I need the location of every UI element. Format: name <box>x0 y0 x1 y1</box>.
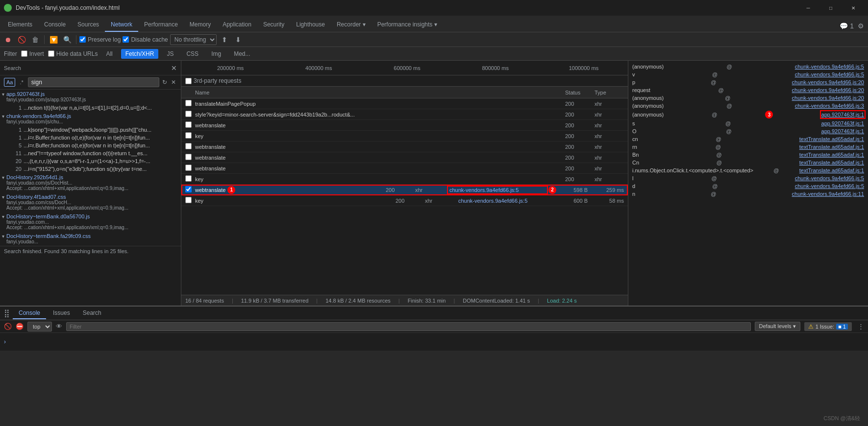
invert-checkbox[interactable]: Invert <box>21 50 44 57</box>
filter-fetch-button[interactable]: Fetch/XHR <box>121 49 159 59</box>
filter-js-button[interactable]: JS <box>162 49 178 59</box>
callstack-link[interactable]: chunk-vendors.9a4efd66.js:20 <box>792 87 864 93</box>
filter-img-button[interactable]: Img <box>207 49 225 59</box>
console-clear-button[interactable]: 🚫 <box>4 323 12 330</box>
tab-elements[interactable]: Elements <box>2 18 38 32</box>
callstack-link[interactable]: textTranslate.ad65adaf.js:1 <box>799 136 864 142</box>
file-group-header-termbank-css[interactable]: ▾ DocHistory~termBank.fa29fc09.css fanyi… <box>0 232 181 246</box>
issue-badge[interactable]: ⚠ 1 Issue: ■ 1 <box>804 322 852 331</box>
callstack-item[interactable]: p @ chunk-vendors.9a4efd66.js:20 <box>628 78 868 86</box>
file-result[interactable]: 1 ...nction t(t){for(var n,a,i=t[0],s=t[… <box>0 104 181 112</box>
callstack-link[interactable]: chunk-vendors.9a4efd66.js:11 <box>792 191 864 197</box>
file-result[interactable]: 5 ...i=r.Buffer;function o(t,e){for(var … <box>0 142 181 149</box>
file-group-header-termbank-js[interactable]: ▾ DocHistory~termBank.d0a56700.js fanyi.… <box>0 212 181 232</box>
row-checkbox[interactable] <box>185 143 195 150</box>
throttle-select[interactable]: No throttling <box>170 34 217 45</box>
callstack-link[interactable]: chunk-vendors.9a4efd66.js:5 <box>795 175 864 181</box>
close-button[interactable]: ✕ <box>843 0 864 16</box>
tab-sources[interactable]: Sources <box>72 18 105 32</box>
hide-data-checkbox[interactable]: Hide data URLs <box>48 50 98 57</box>
callstack-item[interactable]: n @ chunk-vendors.9a4efd66.js:11 <box>628 190 868 198</box>
console-filter-input[interactable] <box>66 322 751 331</box>
callstack-item[interactable]: s @ app.9207463f.js:1 <box>628 119 868 127</box>
row-checkbox[interactable] <box>185 186 195 193</box>
callstack-item[interactable]: Cn @ textTranslate.ad65adaf.js:1 <box>628 159 868 166</box>
row-checkbox[interactable] <box>185 165 195 172</box>
callstack-link[interactable]: chunk-vendors.9a4efd66.js:20 <box>792 95 864 101</box>
console-eye-button[interactable]: 👁 <box>56 323 62 330</box>
search-clear-button[interactable]: ✕ <box>170 78 177 87</box>
record-button[interactable]: ⏺ <box>2 34 14 46</box>
resize-icon[interactable]: ⣿ <box>4 308 10 318</box>
row-checkbox[interactable] <box>185 175 195 183</box>
file-result[interactable]: 1 ...k|sonp"]=window["webpackJsonp"]||[]… <box>0 126 181 134</box>
upload-icon[interactable]: ⬆ <box>219 34 230 46</box>
file-group-header-dochistory-css[interactable]: ▾ DocHistory.4f1aad07.css fanyi.youdao.c… <box>0 192 181 212</box>
row-checkbox[interactable] <box>185 154 195 161</box>
table-row[interactable]: key 200 xhr <box>181 131 628 142</box>
row-checkbox[interactable] <box>185 100 195 107</box>
console-prompt-arrow[interactable]: › <box>4 338 6 345</box>
file-result[interactable]: 11 ...ned"!==typeof window;function o(t)… <box>0 149 181 157</box>
callstack-link[interactable]: textTranslate.ad65adaf.js:1 <box>799 144 864 150</box>
callstack-link[interactable]: chunk-vendors.9a4efd66.js:20 <box>792 79 864 85</box>
selected-table-row[interactable]: webtranslate 1 200 xhr chunk-vendors.9a4… <box>181 185 628 195</box>
tab-security[interactable]: Security <box>257 18 290 32</box>
table-row[interactable]: webtranslate 200 xhr <box>181 120 628 131</box>
file-result[interactable]: 20 ...i=n("9152"),o=n("e3db");function s… <box>0 165 181 173</box>
file-result[interactable]: 1 ...i=r.Buffer;function o(t,e){for(var … <box>0 134 181 142</box>
callstack-link[interactable]: app.9207463f.js:1 <box>821 120 864 126</box>
third-party-checkbox[interactable]: 3rd-party requests <box>185 77 241 84</box>
tab-performance[interactable]: Performance <box>138 18 184 32</box>
table-row[interactable]: style?keyid=minor-search-server&sign=fdd… <box>181 109 628 120</box>
callstack-link[interactable]: chunk-vendors.9a4efd66.js:5 <box>795 183 864 189</box>
filter-icon[interactable]: 🔽 <box>48 34 59 46</box>
regex-button[interactable]: .* <box>17 78 25 87</box>
file-link[interactable]: chunk-vendors.9a4efd66.js:5 <box>448 187 546 193</box>
tab-console[interactable]: Console <box>38 18 72 32</box>
default-levels-button[interactable]: Default levels ▾ <box>755 322 800 331</box>
console-stop-button[interactable]: ⛔ <box>16 323 24 330</box>
callstack-item[interactable]: i.nums.Object.onClick.t.<computed>.t.<co… <box>628 166 868 174</box>
callstack-link-highlighted[interactable]: app.9207463f.js:1 <box>821 112 864 118</box>
callstack-link[interactable]: textTranslate.ad65adaf.js:1 <box>799 160 864 166</box>
callstack-item[interactable]: rn @ textTranslate.ad65adaf.js:1 <box>628 143 868 151</box>
console-context-select[interactable]: top <box>27 322 52 331</box>
search-icon[interactable]: 🔍 <box>61 34 73 46</box>
download-icon[interactable]: ⬇ <box>232 34 244 46</box>
callstack-link[interactable]: textTranslate.ad65adaf.js:1 <box>799 167 864 173</box>
preserve-log-checkbox[interactable]: Preserve log <box>79 36 121 43</box>
tab-recorder[interactable]: Recorder ▾ <box>331 18 372 32</box>
callstack-item[interactable]: cn @ textTranslate.ad65adaf.js:1 <box>628 135 868 143</box>
file-link[interactable]: chunk-vendors.9a4efd66.js:5 <box>458 198 556 204</box>
chat-icon[interactable]: 💬 1 <box>840 22 854 30</box>
callstack-link[interactable]: app.9207463f.js:1 <box>821 128 864 134</box>
callstack-item[interactable]: d @ chunk-vendors.9a4efd66.js:5 <box>628 182 868 190</box>
third-party-input[interactable] <box>185 78 192 84</box>
minimize-button[interactable]: ─ <box>797 0 819 16</box>
row-checkbox[interactable] <box>185 121 195 129</box>
tab-memory[interactable]: Memory <box>184 18 217 32</box>
callstack-item[interactable]: (anonymous) @ chunk-vendors.9a4efd66.js:… <box>628 94 868 102</box>
table-row[interactable]: key 200 xhr <box>181 174 628 185</box>
console-tab-console[interactable]: Console <box>13 308 46 319</box>
file-group-header-dochistory-js[interactable]: ▾ DocHistory.292b54d1.js fanyi.youdao.co… <box>0 173 181 192</box>
invert-input[interactable] <box>21 50 27 57</box>
console-resize-right-icon[interactable]: ⋮ <box>858 323 864 330</box>
search-input[interactable] <box>28 77 159 87</box>
callstack-item-highlighted[interactable]: (anonymous) @ 3 app.9207463f.js:1 <box>628 110 868 119</box>
file-group-header-vendors[interactable]: ▾ chunk-vendors.9a4efd66.js fanyi.youdao… <box>0 112 181 126</box>
table-row[interactable]: translateMainPagePopup 200 xhr <box>181 98 628 109</box>
callstack-link[interactable]: textTranslate.ad65adaf.js:1 <box>799 152 864 158</box>
callstack-item[interactable]: request @ chunk-vendors.9a4efd66.js:20 <box>628 86 868 94</box>
disable-cache-input[interactable] <box>123 36 129 43</box>
search-close-button[interactable]: ✕ <box>171 64 177 72</box>
filter-css-button[interactable]: CSS <box>182 49 203 59</box>
callstack-item[interactable]: O @ app.9207463f.js:1 <box>628 127 868 135</box>
settings-icon[interactable]: ⚙ <box>858 22 864 30</box>
callstack-link[interactable]: chunk-vendors.9a4efd66.js:3 <box>795 103 864 109</box>
maximize-button[interactable]: □ <box>820 0 842 16</box>
tab-network[interactable]: Network <box>105 18 138 32</box>
file-result[interactable]: 20 ...,(t,e,n,r,i){var o,s,a=8*i-r-1,u=(… <box>0 157 181 165</box>
stop-button[interactable]: 🚫 <box>16 34 27 46</box>
